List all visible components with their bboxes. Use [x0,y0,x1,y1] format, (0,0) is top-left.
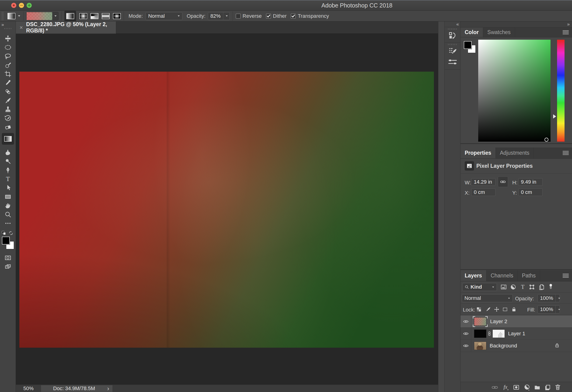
quick-mask-mode-button[interactable] [4,254,11,261]
lock-artboard-button[interactable] [502,306,508,313]
tool-eraser[interactable] [4,124,11,131]
tool-spot-healing-brush[interactable] [4,88,11,95]
background-name[interactable]: Background [490,343,517,349]
tool-hand[interactable] [4,202,11,209]
lock-position-button[interactable] [494,306,500,313]
lock-all-button[interactable] [511,306,517,313]
new-layer-button[interactable] [544,384,551,392]
gradient-type-angle-button[interactable] [91,13,98,19]
document-image[interactable] [19,72,434,348]
hue-slider[interactable] [557,40,565,142]
lock-transparent-pixels-button[interactable] [476,306,482,313]
tool-preset-icon[interactable] [7,13,16,19]
transparency-checkbox[interactable] [291,14,296,19]
tab-adjustments[interactable]: Adjustments [496,147,534,158]
tool-path-selection[interactable] [4,184,11,191]
history-panel-button[interactable] [448,31,457,41]
foreground-color-swatch[interactable] [2,237,10,245]
zoom-level-field[interactable]: 50% [23,385,33,392]
gradient-type-diamond-button[interactable] [113,13,121,19]
tab-channels[interactable]: Channels [486,270,518,281]
dither-checkbox[interactable] [266,14,271,19]
zoom-window-button[interactable] [27,3,32,8]
layer2-thumbnail-wrap[interactable] [474,317,487,327]
new-group-button[interactable] [534,384,541,392]
panel-foreground-swatch[interactable] [464,41,472,49]
default-colors-button[interactable] [2,231,6,235]
blend-mode-dropdown[interactable]: Normal [462,294,513,302]
width-field[interactable]: 14.29 in [471,178,495,186]
layers-panel-menu-icon[interactable] [563,274,569,278]
properties-panel-menu-icon[interactable] [563,151,569,155]
tool-elliptical-marquee[interactable] [4,44,11,51]
add-layer-mask-button[interactable] [513,384,520,392]
options-grip-handle[interactable] [1,12,4,20]
reverse-checkbox[interactable] [236,14,241,19]
layer-row-layer2[interactable]: Layer 2 [461,315,572,327]
tab-color[interactable]: Color [461,28,483,37]
filter-pixel-layers-button[interactable] [500,284,507,291]
filter-shape-layers-button[interactable] [529,284,535,291]
y-field[interactable]: 0 cm [518,189,543,196]
link-layers-button[interactable] [491,384,498,392]
gradient-type-reflected-button[interactable] [102,13,110,19]
layer1-mask-thumbnail[interactable] [493,329,505,338]
tool-smudge[interactable] [4,149,11,156]
collapse-panels-icon[interactable]: » [567,21,569,27]
filter-toggle-switch[interactable] [547,283,554,291]
status-chevron-icon[interactable]: › [107,385,109,392]
brush-presets-panel-button[interactable] [448,57,458,68]
saturation-brightness-field[interactable] [478,40,551,142]
gradient-type-linear-button[interactable] [64,11,76,21]
color-picker-ring[interactable] [544,138,548,142]
new-adjustment-layer-button[interactable] [524,384,530,392]
document-tab[interactable]: × DSC_2280.JPG @ 50% (Layer 2, RGB/8) * [16,21,116,33]
screen-mode-button[interactable] [4,263,11,270]
layers-opacity-dropdown[interactable]: 100% [538,294,560,302]
tool-quick-selection[interactable] [4,62,11,69]
tool-edit-toolbar[interactable] [4,220,11,227]
background-visibility-toggle[interactable] [461,340,471,352]
layer1-thumbnail[interactable] [474,329,486,338]
tool-rectangle[interactable] [4,193,11,200]
close-window-button[interactable] [11,3,16,8]
tools-grip-handle[interactable] [4,28,12,29]
layer1-visibility-toggle[interactable] [461,327,471,340]
hue-slider-marker[interactable] [553,114,556,118]
delete-layer-button[interactable] [554,384,561,392]
dock-grip-handle[interactable] [448,29,457,30]
close-tab-icon[interactable]: × [20,24,23,31]
height-field[interactable]: 9.49 in [518,178,543,186]
fill-dropdown[interactable]: 100% [538,305,560,313]
tool-clone-stamp[interactable] [4,106,11,113]
link-dimensions-button[interactable] [498,176,508,187]
tab-properties[interactable]: Properties [461,147,496,158]
tab-swatches[interactable]: Swatches [483,28,515,37]
filter-smart-objects-button[interactable] [539,284,545,291]
background-thumbnail[interactable] [474,342,486,350]
lock-image-pixels-button[interactable] [485,306,491,313]
tab-layers[interactable]: Layers [461,270,486,281]
tool-lasso[interactable] [4,53,11,60]
tool-history-brush[interactable] [4,115,11,122]
tool-pen[interactable] [4,167,11,174]
color-panel-swatches[interactable] [464,41,476,53]
color-panel-menu-icon[interactable] [563,30,569,34]
layer1-name[interactable]: Layer 1 [508,331,525,337]
gradient-picker-chevron[interactable] [52,12,58,20]
tool-gradient-active[interactable] [2,133,14,145]
opacity-dropdown[interactable]: 82% [208,12,230,20]
tool-preset-chevron-icon[interactable] [18,16,20,17]
tool-brush[interactable] [4,97,11,104]
layer-style-button[interactable]: fx [502,383,509,392]
tool-eyedropper[interactable] [4,79,11,86]
tab-paths[interactable]: Paths [518,270,540,281]
dither-label[interactable]: Dither [273,13,287,19]
layer2-name[interactable]: Layer 2 [490,319,507,325]
expand-tools-icon[interactable]: » [1,22,3,27]
canvas-pasteboard[interactable] [16,33,438,385]
tool-dodge[interactable] [4,158,11,165]
filter-adjustment-layers-button[interactable] [510,284,516,291]
filter-kind-dropdown[interactable]: Kind [462,283,497,291]
filter-type-layers-button[interactable]: T [520,284,526,291]
